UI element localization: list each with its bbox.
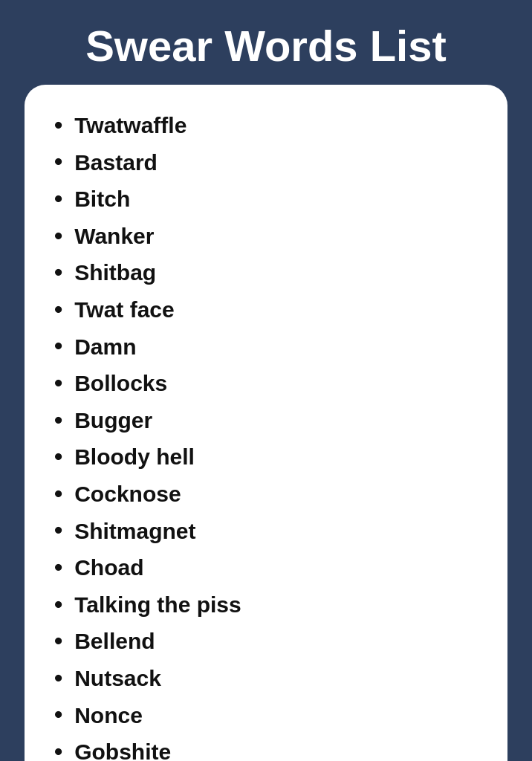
list-item: Nonce <box>54 696 485 734</box>
list-item: Shitbag <box>54 254 485 291</box>
list-item: Shitmagnet <box>54 512 485 549</box>
page-title: Swear Words List <box>0 0 532 85</box>
list-item: Twat face <box>54 291 485 328</box>
list-item: Bitch <box>54 181 485 218</box>
list-item: Cocknose <box>54 476 485 513</box>
list-item: Bellend <box>54 623 485 660</box>
list-item: Bloody hell <box>54 438 485 476</box>
list-item: Choad <box>54 549 485 586</box>
list-item: Twatwaffle <box>54 107 485 144</box>
list-item: Talking the piss <box>54 586 485 624</box>
content-card: TwatwaffleBastardBitchWankerShitbagTwat … <box>25 85 507 761</box>
list-item: Bollocks <box>54 365 485 402</box>
list-item: Damn <box>54 328 485 365</box>
list-item: Gobshite <box>54 734 485 761</box>
list-item: Bugger <box>54 402 485 439</box>
word-list: TwatwaffleBastardBitchWankerShitbagTwat … <box>54 107 485 761</box>
list-item: Nutsack <box>54 660 485 697</box>
list-item: Bastard <box>54 143 485 181</box>
list-item: Wanker <box>54 218 485 255</box>
page-wrapper: Swear Words List TwatwaffleBastardBitchW… <box>0 0 532 761</box>
